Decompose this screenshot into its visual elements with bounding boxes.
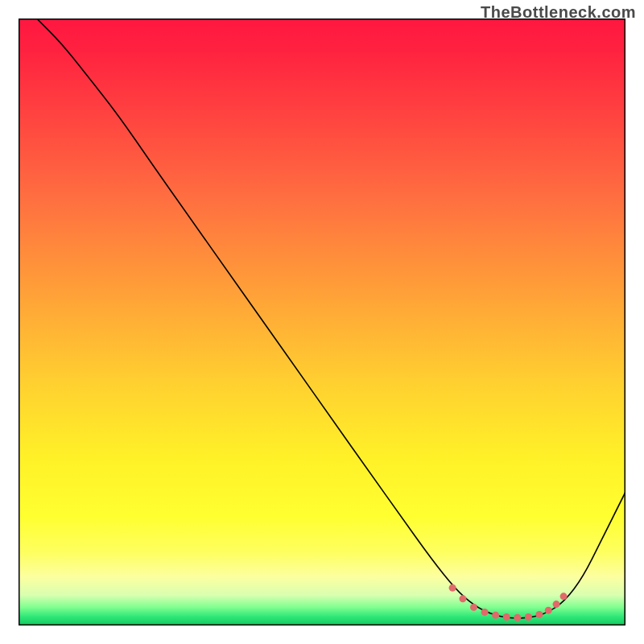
optimal-dot	[492, 612, 499, 619]
optimal-dot	[514, 614, 521, 621]
watermark-text: TheBottleneck.com	[481, 3, 636, 22]
optimal-dot	[481, 609, 489, 616]
optimal-dot	[459, 595, 466, 602]
optimal-dot	[535, 611, 543, 618]
chart-container: TheBottleneck.com	[0, 0, 644, 644]
chart-svg	[19, 19, 625, 625]
gradient-background	[19, 19, 625, 625]
plot-area	[19, 19, 625, 625]
optimal-dot	[503, 613, 510, 621]
optimal-dot	[553, 601, 560, 608]
optimal-dot	[545, 607, 552, 614]
optimal-dot	[470, 604, 477, 611]
optimal-dot	[525, 613, 532, 621]
optimal-dot	[560, 592, 568, 600]
optimal-dot	[449, 584, 456, 592]
